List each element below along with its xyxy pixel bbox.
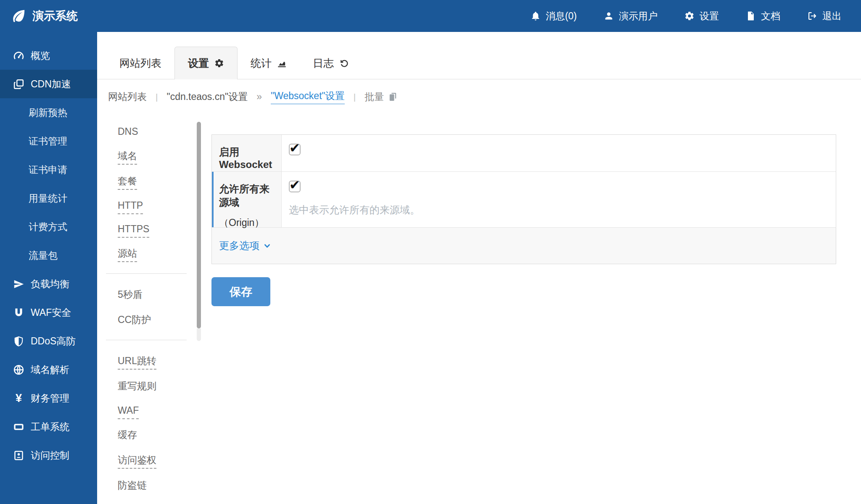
submenu-divider — [106, 340, 187, 340]
sidebar-item-cert-manage[interactable]: 证书管理 — [0, 127, 97, 155]
breadcrumb-separator: | — [156, 92, 158, 102]
bell-icon — [531, 11, 541, 21]
nav-messages-label: 消息(0) — [546, 10, 577, 23]
id-card-icon — [13, 450, 24, 461]
submenu-label: 访问鉴权 — [118, 454, 156, 469]
breadcrumb-batch-button[interactable]: 批量 — [364, 90, 398, 103]
submenu-item-cc-protect[interactable]: CC防护 — [118, 313, 197, 326]
breadcrumb-current-page[interactable]: "Websocket"设置 — [271, 89, 345, 104]
sidebar-item-waf-security[interactable]: WAF安全 — [0, 298, 97, 327]
submenu-item-dns[interactable]: DNS — [118, 126, 197, 137]
tab-settings[interactable]: 设置 — [174, 47, 238, 79]
ticket-icon — [13, 421, 24, 433]
sidebar-item-usage-stats[interactable]: 用量统计 — [0, 184, 97, 213]
settings-content: DNS 域名 套餐 HTTP HTTPS 源站 5秒盾 CC防护 URL跳转 重… — [97, 110, 861, 504]
field-label: 启用Websocket — [212, 135, 282, 171]
sidebar-item-dns-resolve[interactable]: 域名解析 — [0, 355, 97, 384]
paper-plane-icon — [13, 278, 24, 290]
sidebar-item-billing-method[interactable]: 计费方式 — [0, 213, 97, 241]
brand-logo[interactable]: 演示系统 — [11, 8, 78, 24]
submenu-item-waf[interactable]: WAF — [118, 405, 197, 416]
document-icon — [746, 11, 756, 21]
sidebar-item-label: 工单系统 — [31, 420, 69, 433]
leaf-icon — [11, 8, 26, 24]
chevron-down-icon — [263, 242, 271, 250]
tab-label: 统计 — [251, 56, 272, 70]
submenu-label: 5秒盾 — [118, 289, 143, 300]
enable-websocket-checkbox[interactable]: ✔ — [289, 144, 301, 155]
logout-icon — [807, 11, 817, 21]
sidebar-item-label: 证书申请 — [29, 163, 67, 176]
form-row-enable-websocket: 启用Websocket ✔ — [212, 135, 836, 172]
sidebar-item-refresh-preheat[interactable]: 刷新预热 — [0, 98, 97, 127]
submenu-item-url-redirect[interactable]: URL跳转 — [118, 354, 197, 368]
tab-label: 设置 — [188, 56, 209, 70]
sidebar-item-load-balance[interactable]: 负载均衡 — [0, 270, 97, 298]
breadcrumb-site-list[interactable]: 网站列表 — [108, 90, 147, 103]
breadcrumb: 网站列表 | "cdn.teaos.cn"设置 » "Websocket"设置 … — [97, 79, 861, 110]
websocket-form: 启用Websocket ✔ 允许所有来源域 （Origin） — [197, 110, 861, 504]
submenu-label: CC防护 — [118, 314, 151, 325]
sidebar-item-ddos-protect[interactable]: DDoS高防 — [0, 327, 97, 355]
gear-icon — [684, 11, 695, 21]
sidebar-item-traffic-package[interactable]: 流量包 — [0, 241, 97, 270]
sidebar-item-label: 负载均衡 — [31, 278, 69, 291]
scrollbar-track[interactable] — [197, 328, 201, 341]
submenu-item-access-auth[interactable]: 访问鉴权 — [118, 454, 197, 467]
submenu-item-rewrite-rules[interactable]: 重写规则 — [118, 380, 197, 393]
tab-statistics[interactable]: 统计 — [238, 47, 300, 79]
nav-messages[interactable]: 消息(0) — [531, 10, 577, 23]
submenu-divider — [106, 273, 187, 274]
field-value: ✔ — [282, 135, 836, 171]
allow-origins-checkbox[interactable]: ✔ — [289, 181, 301, 192]
submenu-scrollbar[interactable] — [197, 122, 201, 341]
sidebar-item-access-control[interactable]: 访问控制 — [0, 441, 97, 470]
submenu-label: 源站 — [118, 248, 137, 262]
sidebar-item-ticket-system[interactable]: 工单系统 — [0, 412, 97, 441]
sidebar-item-label: 计费方式 — [29, 220, 67, 234]
nav-docs-label: 文档 — [761, 10, 780, 23]
submenu-label: 套餐 — [118, 176, 137, 190]
submenu-label: 防盗链 — [118, 480, 147, 491]
sidebar-item-finance-manage[interactable]: ¥ 财务管理 — [0, 384, 97, 412]
submenu-label: URL跳转 — [118, 355, 156, 370]
submenu-label: 重写规则 — [118, 381, 156, 391]
sidebar-item-label: DDoS高防 — [31, 335, 76, 348]
copy-icon — [388, 92, 398, 102]
nav-settings[interactable]: 设置 — [684, 10, 719, 23]
submenu-label: DNS — [118, 126, 138, 137]
submenu-item-plan[interactable]: 套餐 — [118, 175, 197, 188]
gear-icon — [214, 58, 224, 68]
nav-user[interactable]: 演示用户 — [604, 10, 658, 23]
submenu-item-hotlink-protect[interactable]: 防盗链 — [118, 479, 197, 492]
submenu-item-5s-shield[interactable]: 5秒盾 — [118, 288, 197, 301]
submenu-label: 缓存 — [118, 429, 137, 440]
save-button[interactable]: 保存 — [211, 277, 270, 306]
breadcrumb-site-settings[interactable]: "cdn.teaos.cn"设置 — [166, 90, 248, 103]
breadcrumb-arrow: » — [256, 91, 262, 102]
tab-logs[interactable]: 日志 — [300, 47, 362, 79]
shield-icon — [13, 336, 24, 347]
submenu-label: 域名 — [118, 150, 137, 165]
sidebar-item-overview[interactable]: 概览 — [0, 41, 97, 70]
tab-site-list[interactable]: 网站列表 — [106, 47, 174, 79]
sidebar-item-label: CDN加速 — [31, 78, 71, 91]
settings-panel: 启用Websocket ✔ 允许所有来源域 （Origin） — [211, 134, 836, 264]
nav-docs[interactable]: 文档 — [746, 10, 780, 23]
submenu-item-cache[interactable]: 缓存 — [118, 428, 197, 441]
tab-label: 网站列表 — [119, 56, 161, 70]
sidebar-item-cdn[interactable]: CDN加速 — [0, 70, 97, 98]
history-icon — [339, 58, 349, 68]
submenu-item-http[interactable]: HTTP — [118, 200, 197, 211]
submenu-item-https[interactable]: HTTPS — [118, 223, 197, 235]
nav-logout[interactable]: 退出 — [807, 10, 842, 23]
nav-user-label: 演示用户 — [619, 10, 658, 23]
sidebar-item-label: 概览 — [31, 49, 50, 62]
submenu-label: HTTPS — [118, 223, 149, 238]
more-options-link[interactable]: 更多选项 — [219, 239, 271, 252]
batch-label: 批量 — [364, 90, 384, 103]
sidebar-item-cert-apply[interactable]: 证书申请 — [0, 155, 97, 184]
submenu-item-domain[interactable]: 域名 — [118, 150, 197, 163]
scrollbar-thumb[interactable] — [197, 122, 201, 328]
submenu-item-origin[interactable]: 源站 — [118, 247, 197, 260]
